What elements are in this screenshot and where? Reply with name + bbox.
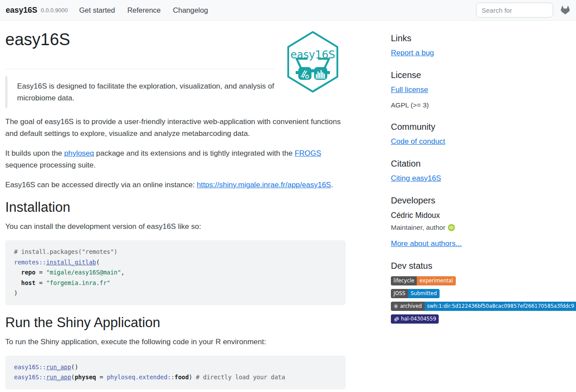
sidebar-section-links: Links Report a bug bbox=[391, 33, 576, 57]
sidebar-section-citation: Citation Citing easy16S bbox=[391, 158, 576, 183]
frogs-link[interactable]: FROGS bbox=[295, 149, 321, 157]
run-code-block: easy16S::run_app() easy16S::run_app(phys… bbox=[5, 356, 346, 389]
package-logo: easy16S bbox=[286, 31, 340, 95]
citing-easy16s-link[interactable]: Citing easy16S bbox=[391, 174, 441, 182]
run-heading: Run the Shiny Application bbox=[5, 314, 346, 331]
goal-paragraph: The goal of easy16S is to provide a user… bbox=[5, 116, 346, 139]
community-heading: Community bbox=[391, 121, 576, 132]
brand-link[interactable]: easy16S bbox=[6, 6, 37, 15]
main-content: easy16S bbox=[5, 21, 346, 392]
developer-role: Maintainer, author iD bbox=[391, 224, 576, 232]
page-body: easy16S bbox=[0, 21, 576, 392]
nav-item-reference[interactable]: Reference bbox=[127, 6, 161, 14]
sidebar-section-license: License Full license AGPL (>= 3) bbox=[391, 70, 576, 109]
badge-row: archived swh:1:dir:5d122436bf50a8cac0985… bbox=[391, 302, 576, 311]
gitlab-icon[interactable] bbox=[561, 6, 570, 14]
nav-item-changelog[interactable]: Changelog bbox=[173, 6, 208, 14]
nav-links: Get started Reference Changelog bbox=[79, 6, 208, 14]
navbar: easy16S 0.0.0.9000 Get started Reference… bbox=[0, 0, 576, 21]
blockquote-text: Easy16S is designed to facilitate the ex… bbox=[17, 82, 274, 102]
installation-heading: Installation bbox=[5, 199, 346, 216]
badge-row: hal-04304559 bbox=[391, 314, 576, 324]
full-license-link[interactable]: Full license bbox=[391, 86, 428, 94]
sidebar-section-community: Community Code of conduct bbox=[391, 121, 576, 146]
code-of-conduct-link[interactable]: Code of conduct bbox=[391, 137, 445, 146]
license-heading: License bbox=[391, 70, 576, 80]
report-a-bug-link[interactable]: Report a bug bbox=[391, 49, 434, 57]
orcid-icon[interactable]: iD bbox=[448, 224, 455, 231]
developers-heading: Developers bbox=[391, 195, 576, 206]
search-input[interactable] bbox=[476, 3, 553, 18]
joss-badge[interactable]: JOSS Submitted bbox=[391, 289, 440, 298]
online-instance-link[interactable]: https://shiny.migale.inrae.fr/app/easy16… bbox=[197, 181, 331, 189]
code-comment: # directly load your data bbox=[196, 374, 285, 381]
run-app-fn-link[interactable]: run_app bbox=[46, 363, 71, 371]
more-about-authors-link[interactable]: More about authors... bbox=[391, 239, 462, 248]
dev-status-heading: Dev status bbox=[391, 260, 576, 271]
run-app-fn-link[interactable]: run_app bbox=[46, 374, 71, 381]
sidebar-section-dev-status: Dev status lifecycle experimental JOSS S… bbox=[391, 260, 576, 324]
links-heading: Links bbox=[391, 33, 576, 43]
sidebar-section-developers: Developers Cédric Midoux Maintainer, aut… bbox=[391, 195, 576, 248]
version-label: 0.0.0.9000 bbox=[41, 7, 68, 14]
software-heritage-icon bbox=[394, 304, 398, 309]
badge-row: JOSS Submitted bbox=[391, 289, 576, 298]
phyloseq-link[interactable]: phyloseq bbox=[64, 149, 94, 157]
code-comment: # install.packages("remotes") bbox=[14, 248, 118, 255]
license-text: AGPL (>= 3) bbox=[391, 101, 576, 109]
sidebar: Links Report a bug License Full license … bbox=[391, 21, 576, 392]
software-heritage-badge[interactable]: archived swh:1:dir:5d122436bf50a8cac0985… bbox=[391, 302, 576, 311]
builds-paragraph: It builds upon the phyloseq package and … bbox=[5, 147, 346, 171]
installation-code-block: # install.packages("remotes") remotes::i… bbox=[5, 240, 346, 305]
hal-icon bbox=[394, 316, 399, 322]
install-gitlab-fn-link[interactable]: install_gitlab bbox=[46, 259, 96, 266]
nav-item-get-started[interactable]: Get started bbox=[79, 6, 115, 14]
run-intro: To run the Shiny application, execute th… bbox=[5, 336, 346, 348]
installation-intro: You can install the development version … bbox=[5, 221, 346, 232]
search-box bbox=[476, 3, 553, 18]
hal-badge[interactable]: hal-04304559 bbox=[391, 314, 439, 324]
citation-heading: Citation bbox=[391, 158, 576, 169]
title-divider bbox=[5, 69, 275, 69]
access-paragraph: Easy16S can be accessed directly via an … bbox=[5, 179, 346, 191]
developer-name: Cédric Midoux bbox=[391, 211, 576, 220]
badge-row: lifecycle experimental bbox=[391, 276, 576, 285]
lifecycle-badge[interactable]: lifecycle experimental bbox=[391, 276, 456, 285]
